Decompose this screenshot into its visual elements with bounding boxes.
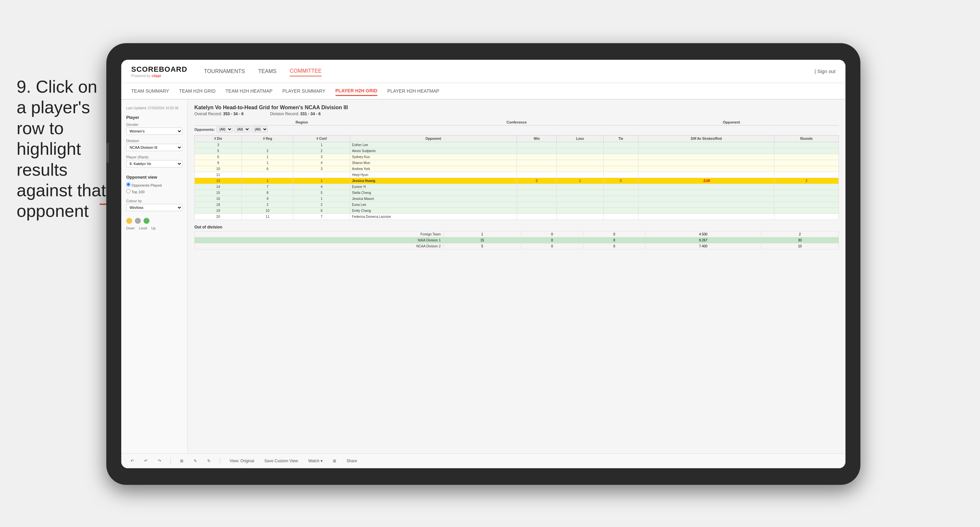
data-panel: Katelyn Vo Head-to-Head Grid for Women's…	[188, 100, 845, 453]
col-win: Win	[517, 135, 557, 142]
logo: SCOREBOARD Powered by clippi	[131, 65, 187, 78]
out-table-row[interactable]: NAIA Division 1 15 0 0 9.267 30	[195, 237, 839, 243]
sign-out-link[interactable]: Sign out	[817, 68, 835, 74]
table-row[interactable]: 20117 Federica Domecq Lacroze	[195, 214, 839, 220]
sub-nav: TEAM SUMMARY TEAM H2H GRID TEAM H2H HEAT…	[121, 83, 845, 100]
label-up: Up	[151, 227, 156, 230]
table-row[interactable]: 522 Alexis Sudjianto	[195, 148, 839, 154]
undo-button[interactable]: ↶	[128, 457, 137, 465]
opponents-label: Opponents:	[194, 127, 215, 132]
nav-right: | Sign out	[815, 68, 835, 74]
col-reg: # Reg	[242, 135, 293, 142]
share-button[interactable]: Share	[344, 457, 360, 465]
region-select[interactable]: (All)	[216, 126, 232, 132]
edit-button[interactable]: ✎	[191, 457, 200, 465]
colour-by-section: Colour by Win/loss Down Level Up	[126, 199, 182, 230]
crop-button[interactable]: ⊞	[177, 457, 186, 465]
division-label: Division	[126, 139, 182, 143]
radio-opponents-played[interactable]: Opponents Played	[126, 182, 182, 187]
out-table-body: Foreign Team 1 0 0 4.500 2 NAIA Division…	[195, 232, 839, 249]
gender-label: Gender	[126, 122, 182, 127]
col-conf: # Conf	[293, 135, 350, 142]
out-table-row[interactable]: NCAA Division 2 5 0 0 7.400 10	[195, 243, 839, 249]
separator: |	[815, 68, 817, 74]
sub-nav-team-summary[interactable]: TEAM SUMMARY	[131, 87, 169, 95]
save-custom-button[interactable]: Save Custom View	[262, 457, 301, 465]
nav-committee[interactable]: COMMITTEE	[290, 67, 321, 76]
out-of-division-table: Foreign Team 1 0 0 4.500 2 NAIA Division…	[194, 231, 839, 249]
undo2-button[interactable]: ↶	[142, 457, 150, 465]
table-row[interactable]: 914 Sharon Mun	[195, 160, 839, 166]
filter-headers: Region Conference Opponent	[194, 120, 839, 125]
sub-nav-player-h2h-grid[interactable]: PLAYER H2H GRID	[336, 86, 377, 96]
table-row[interactable]: 11 Heeji Hyun	[195, 172, 839, 178]
col-div: # Div	[195, 135, 242, 142]
tablet-button	[106, 143, 109, 163]
table-row[interactable]: 19106 Emily Chang	[195, 208, 839, 214]
conference-header: Conference	[409, 120, 624, 125]
instruction-text: 9. Click on a player's row to highlight …	[17, 76, 110, 222]
division-record: Division Record: 331 - 34 - 6	[270, 111, 321, 116]
layout-button[interactable]: ⊞	[330, 457, 339, 465]
player-rank-label: Player (Rank)	[126, 155, 182, 159]
filter-row: Opponents: (All) (All) (All)	[194, 126, 839, 132]
sub-nav-player-h2h-heatmap[interactable]: PLAYER H2H HEATMAP	[387, 87, 439, 95]
conference-select[interactable]: (All)	[234, 126, 250, 132]
col-diff: Diff Av Strokes/Rnd	[638, 135, 774, 142]
label-down: Down	[126, 227, 135, 230]
opponent-select[interactable]: (All)	[252, 126, 268, 132]
separator-1	[170, 457, 171, 464]
col-tie: Tie	[603, 135, 638, 142]
col-opponent: Opponent	[350, 135, 517, 142]
colour-labels: Down Level Up	[126, 227, 182, 230]
table-row[interactable]: 1822 Euna Lee	[195, 202, 839, 208]
logo-text: SCOREBOARD	[131, 65, 187, 74]
separator-2	[220, 457, 220, 464]
table-body: 31 Esther Lee 522 Alexis Sudjianto 6	[195, 142, 839, 220]
dot-up	[143, 218, 150, 224]
nav-tournaments[interactable]: TOURNAMENTS	[204, 67, 245, 76]
sub-nav-player-summary[interactable]: PLAYER SUMMARY	[282, 87, 325, 95]
table-row[interactable]: 613 Sydney Kuo	[195, 154, 839, 160]
table-row[interactable]: 31 Esther Lee	[195, 142, 839, 148]
col-loss: Loss	[557, 135, 603, 142]
sidebar-player-title: Player	[126, 115, 182, 120]
opponent-view-title: Opponent view	[126, 175, 182, 179]
colour-by-label: Colour by	[126, 199, 182, 203]
tablet-frame: SCOREBOARD Powered by clippi TOURNAMENTS…	[106, 43, 861, 485]
h2h-grid-table: # Div # Reg # Conf Opponent Win Loss Tie…	[194, 135, 839, 220]
watch-button[interactable]: Watch ▾	[305, 457, 325, 465]
dot-level	[135, 218, 141, 224]
sub-nav-team-h2h-grid[interactable]: TEAM H2H GRID	[179, 87, 216, 95]
table-row[interactable]: 1691 Jessica Mason	[195, 196, 839, 202]
radio-top-100[interactable]: Top 100	[126, 189, 182, 194]
nav-bar: SCOREBOARD Powered by clippi TOURNAMENTS…	[121, 60, 845, 83]
view-original-button[interactable]: View: Original	[227, 457, 257, 465]
out-of-division-title: Out of division	[194, 225, 839, 229]
division-select[interactable]: NCAA Division III	[126, 144, 182, 151]
gender-select[interactable]: Women's	[126, 127, 182, 135]
logo-brand: clippi	[151, 74, 161, 78]
region-header: Region	[194, 120, 409, 125]
nav-teams[interactable]: TEAMS	[258, 67, 277, 76]
table-row-highlighted[interactable]: 1311 Jessica Huang 0 1 0 -3.00 2	[195, 178, 839, 184]
overall-record: Overall Record: 353 - 34 - 6	[194, 111, 243, 116]
redo-button[interactable]: ↷	[155, 457, 164, 465]
out-table-row[interactable]: Foreign Team 1 0 0 4.500 2	[195, 232, 839, 237]
colour-by-select[interactable]: Win/loss	[126, 204, 182, 211]
table-header: # Div # Reg # Conf Opponent Win Loss Tie…	[195, 135, 839, 142]
sub-nav-team-h2h-heatmap[interactable]: TEAM H2H HEATMAP	[226, 87, 272, 95]
table-row[interactable]: 1063 Andrea York	[195, 166, 839, 172]
instruction-body: Click on a player's row to highlight res…	[17, 77, 106, 221]
opponent-view-section: Opponent view Opponents Played Top 100	[126, 175, 182, 194]
logo-powered: Powered by clippi	[131, 74, 187, 78]
player-rank-select[interactable]: 8. Katelyn Vo	[126, 160, 182, 167]
sidebar-timestamp: Last Updated: 27/03/2024 16:55:38	[126, 106, 182, 110]
bottom-toolbar: ↶ ↶ ↷ ⊞ ✎ ↻ View: Original Save Custom V…	[121, 453, 845, 468]
sidebar: Last Updated: 27/03/2024 16:55:38 Player…	[121, 100, 188, 453]
opponent-header: Opponent	[624, 120, 839, 125]
table-row[interactable]: 1474 Eunice Yi	[195, 184, 839, 190]
tablet-screen: SCOREBOARD Powered by clippi TOURNAMENTS…	[121, 60, 845, 468]
refresh-button[interactable]: ↻	[205, 457, 213, 465]
table-row[interactable]: 1585 Stella Cheng	[195, 190, 839, 196]
